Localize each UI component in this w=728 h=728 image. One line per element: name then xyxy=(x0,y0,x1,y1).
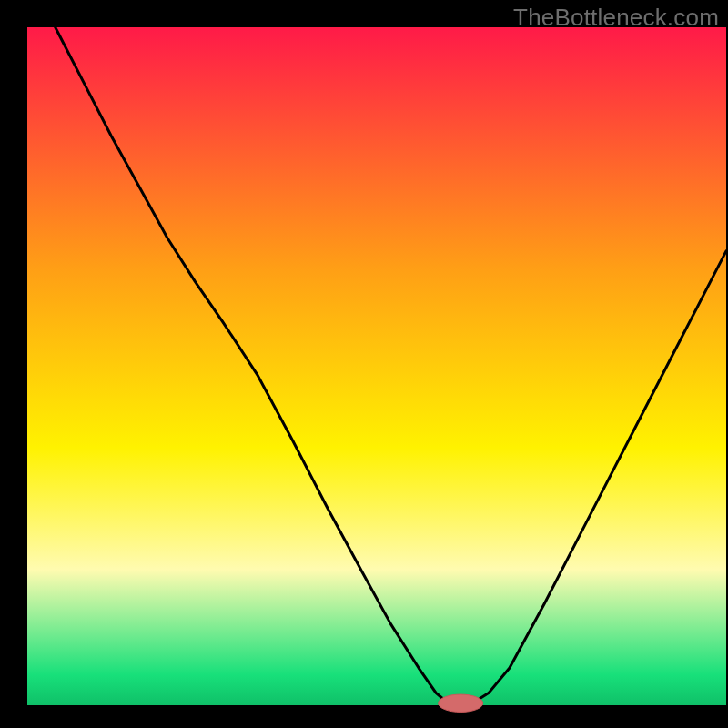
bottleneck-chart xyxy=(0,0,728,728)
chart-frame: TheBottleneck.com xyxy=(0,0,728,728)
watermark-text: TheBottleneck.com xyxy=(513,4,719,32)
optimum-marker xyxy=(439,694,483,712)
plot-background xyxy=(27,27,726,705)
